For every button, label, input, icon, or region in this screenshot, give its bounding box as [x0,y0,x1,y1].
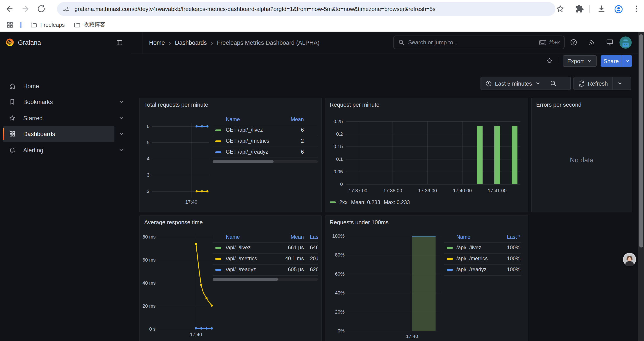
chevron-down-icon [535,81,540,86]
sidebar-item-bookmarks[interactable]: Bookmarks [3,94,114,110]
legend-table: NameMeanLast */api/_/livez661 µs646 µs/a… [212,233,318,281]
series-name: 2xx [339,199,348,205]
legend-row[interactable]: /api/_/livez100% [444,243,521,254]
chevron-down-icon[interactable] [118,131,124,137]
legend-row[interactable]: /api/_/metrics100% [444,254,521,265]
sidebar-item-label: Home [23,79,39,94]
legend-col-last[interactable]: Last * [507,234,520,240]
news-rss-icon[interactable] [588,39,595,46]
panel-total-requests-per-minute[interactable]: Total requests per minute 6543217:40 Nam… [140,98,322,212]
series-mean: 661 µs [288,244,304,251]
series-mean: 40.1 ms [285,255,304,261]
refresh-button[interactable]: Refresh [574,77,612,90]
legend-row[interactable]: /api/_/readyz605 µs620 µs [212,265,318,276]
export-button[interactable]: Export [563,55,596,67]
help-icon[interactable] [570,39,577,46]
back-icon[interactable] [5,5,14,13]
panel-requests-under-100ms[interactable]: Requests under 100ms 100%80%60%40%20%0%1… [325,215,528,341]
legend-scrollbar[interactable] [212,160,318,163]
sidebar-item-alerting[interactable]: Alerting [3,143,114,158]
kiosk-monitor-icon[interactable] [606,39,614,46]
sidebar-item-starred[interactable]: Starred [3,111,114,126]
refresh-interval-dropdown[interactable] [613,77,627,90]
time-range-picker[interactable]: Last 5 minutes [481,77,545,90]
panel-errors-per-second[interactable]: Errors per second No data [531,98,632,212]
forward-icon[interactable] [21,5,30,13]
legend-col-last[interactable]: Last * [310,234,318,240]
sidebar-item-home[interactable]: Home [3,79,114,94]
sidebar-item-dashboards[interactable]: Dashboards [3,126,114,142]
svg-text:0.05: 0.05 [334,169,343,174]
legend-row[interactable]: /api/_/metrics40.1 ms20.5 ms [212,254,318,265]
series-mean: Mean: 0.233 [351,199,380,205]
dock-menu-icon[interactable] [116,39,123,47]
search-input[interactable]: Search or jump to... ⌘+k [393,36,565,49]
series-swatch [215,151,222,153]
panel-title[interactable]: Errors per second [536,101,582,108]
floating-avatar[interactable] [623,253,636,266]
panel-title[interactable]: Request per minute [330,101,380,108]
svg-text:6: 6 [147,124,150,129]
legend-scrollbar[interactable] [212,278,318,281]
folder-icon [74,21,80,28]
breadcrumb-home[interactable]: Home [149,39,165,46]
extensions-icon[interactable] [575,5,584,13]
legend-col-name[interactable]: Name [226,234,240,240]
legend-inline[interactable]: 2xx Mean: 0.233 Max: 0.233 [330,199,410,205]
panel-request-per-minute[interactable]: Request per minute 00.050.10.150.20.2517… [325,98,528,212]
browser-toolbar: grafana.mathmast.com/d/deytv4rwavabkb/fr… [0,0,644,18]
panel-title[interactable]: Total requests per minute [144,101,208,108]
svg-text:0.1: 0.1 [336,156,343,162]
panel-average-response-time[interactable]: Average response time 80 ms60 ms40 ms20 … [140,215,322,341]
favorite-star-icon[interactable] [546,57,553,65]
legend-row[interactable]: GET /api/_/metrics2 [212,136,318,147]
legend-col-name[interactable]: Name [226,116,240,122]
series-name: GET /api/_/metrics [226,138,269,144]
apps-grid-icon[interactable] [6,21,14,29]
svg-text:17:40: 17:40 [406,333,418,339]
user-avatar[interactable] [620,37,632,49]
toolbar-separator [589,5,590,13]
series-name: /api/_/livez [456,244,481,251]
legend-row[interactable]: GET /api/_/readyz6 [212,147,318,158]
legend-col-mean[interactable]: Mean [291,116,304,122]
downloads-icon[interactable] [597,5,606,13]
actions-divider [558,57,558,65]
browser-menu-icon[interactable] [632,5,641,13]
series-name: /api/_/metrics [226,255,257,261]
legend-col-mean[interactable]: Mean [291,234,304,240]
page-scrollbar[interactable] [638,32,644,341]
chevron-down-icon[interactable] [118,115,124,121]
keyboard-icon [539,40,546,45]
svg-text:40 ms: 40 ms [142,280,156,286]
share-button[interactable]: Share [600,55,622,67]
breadcrumb-dashboards[interactable]: Dashboards [175,39,207,46]
bookmark-icon [9,98,16,105]
series-last: 100% [507,266,520,272]
chevron-down-icon[interactable] [118,99,124,105]
bookmark-folder-freeleaps[interactable]: Freeleaps [30,21,65,28]
refresh-label: Refresh [588,80,608,87]
site-settings-icon[interactable] [63,6,70,13]
zoom-out-button[interactable] [545,77,561,90]
bookmark-folder-blogs[interactable]: 收藏博客 [74,21,106,29]
legend-row[interactable]: /api/_/livez661 µs646 µs [212,243,318,254]
profile-icon[interactable] [614,5,624,14]
grafana-brand[interactable]: Grafana [18,32,41,54]
grafana-logo-icon[interactable] [6,38,14,47]
svg-text:17:40: 17:40 [190,332,202,337]
bookmark-star-icon[interactable] [556,5,565,13]
reload-icon[interactable] [37,5,46,13]
legend-row[interactable]: GET /api/_/livez6 [212,125,318,136]
chevron-down-icon[interactable] [118,147,124,153]
url-bar[interactable]: grafana.mathmast.com/d/deytv4rwavabkb/fr… [57,2,556,16]
legend-table: NameLast */api/_/livez100%/api/_/metrics… [444,233,521,276]
scrollbar-thumb[interactable] [639,34,643,247]
panel-title[interactable]: Requests under 100ms [330,219,389,226]
panel-title[interactable]: Average response time [144,219,203,226]
share-dropdown-button[interactable] [622,55,632,67]
legend-col-name[interactable]: Name [456,234,470,240]
legend-row[interactable]: /api/_/readyz100% [444,265,521,276]
svg-text:40%: 40% [335,290,344,295]
tab-group-indicator[interactable] [20,22,22,28]
